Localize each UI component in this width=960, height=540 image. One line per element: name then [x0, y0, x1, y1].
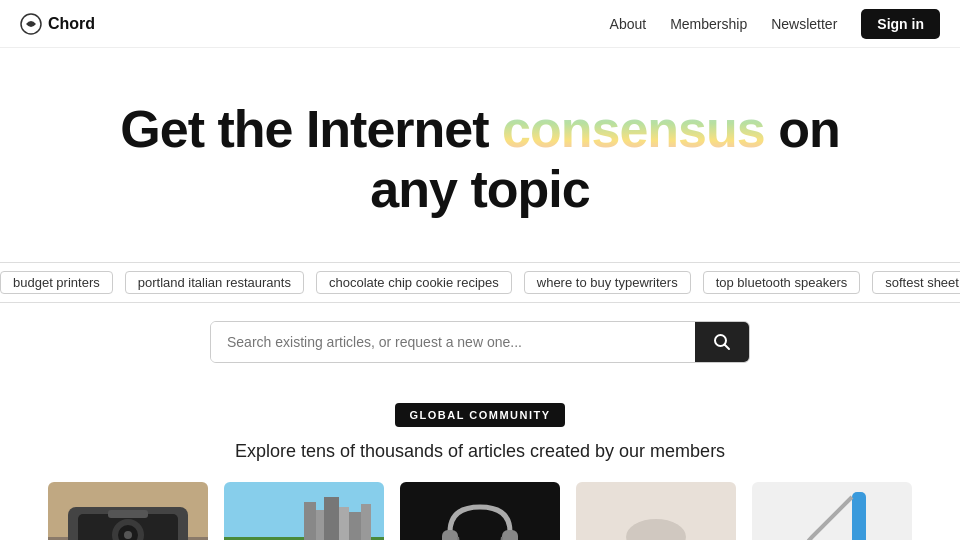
- search-box: [210, 321, 750, 363]
- community-subtitle: Explore tens of thousands of articles cr…: [20, 441, 940, 462]
- svg-line-2: [725, 344, 730, 349]
- hero-post-text: on: [765, 100, 840, 158]
- svg-rect-14: [316, 510, 324, 540]
- card-img-car-cameras: [48, 482, 208, 540]
- nav-membership[interactable]: Membership: [670, 16, 747, 32]
- svg-rect-16: [339, 507, 349, 540]
- ticker-item[interactable]: top bluetooth speakers: [703, 271, 861, 294]
- svg-rect-15: [324, 497, 339, 540]
- chord-logo-icon: [20, 13, 42, 35]
- card-london-park[interactable]: best london park: [224, 482, 384, 540]
- svg-rect-24: [400, 482, 560, 540]
- logo[interactable]: Chord: [20, 13, 95, 35]
- svg-rect-13: [304, 502, 316, 540]
- svg-rect-29: [752, 482, 912, 540]
- signin-button[interactable]: Sign in: [861, 9, 940, 39]
- ticker-item[interactable]: budget printers: [0, 271, 113, 294]
- hero-line1: Get the Internet consensus on: [120, 100, 839, 158]
- search-button[interactable]: [695, 322, 749, 362]
- svg-rect-17: [349, 512, 361, 540]
- hero-consensus-text: consensus: [502, 100, 765, 158]
- hero-section: Get the Internet consensus on any topic: [0, 48, 960, 240]
- svg-rect-10: [108, 510, 148, 518]
- cards-row: best car cameras bes: [20, 482, 940, 540]
- nav-newsletter[interactable]: Newsletter: [771, 16, 837, 32]
- hero-heading: Get the Internet consensus on any topic: [20, 100, 940, 220]
- nav-links: About Membership Newsletter Sign in: [610, 9, 940, 39]
- svg-point-9: [124, 531, 132, 539]
- ticker-wrapper: budget printersportland italian restaura…: [0, 262, 960, 303]
- ticker-item[interactable]: chocolate chip cookie recipes: [316, 271, 512, 294]
- hero-line2: any topic: [370, 160, 589, 218]
- svg-rect-18: [361, 504, 371, 540]
- navbar: Chord About Membership Newsletter Sign i…: [0, 0, 960, 48]
- ticker-item[interactable]: where to buy typewriters: [524, 271, 691, 294]
- search-wrap: [210, 321, 750, 363]
- search-input[interactable]: [211, 322, 695, 362]
- search-icon: [713, 333, 731, 351]
- svg-rect-25: [442, 530, 458, 540]
- card-vacuum-cleaners[interactable]: best cordless vacuum cleaners: [752, 482, 912, 540]
- nav-about[interactable]: About: [610, 16, 647, 32]
- logo-text: Chord: [48, 15, 95, 33]
- ticker-item[interactable]: portland italian restaurants: [125, 271, 304, 294]
- hero-pre-text: Get the Internet: [120, 100, 502, 158]
- card-img-shoulder: [576, 482, 736, 540]
- card-img-london: [224, 482, 384, 540]
- svg-rect-30: [852, 492, 866, 540]
- community-badge: GLOBAL COMMUNITY: [395, 403, 564, 427]
- card-car-cameras[interactable]: best car cameras: [48, 482, 208, 540]
- community-section: GLOBAL COMMUNITY Explore tens of thousan…: [0, 363, 960, 540]
- ticker-inner: budget printersportland italian restaura…: [0, 271, 960, 294]
- card-shoulder-pain[interactable]: How to deal with shoulder pain at night …: [576, 482, 736, 540]
- card-img-gym: [400, 482, 560, 540]
- ticker-item[interactable]: softest sheet materials: [872, 271, 960, 294]
- svg-rect-26: [502, 530, 518, 540]
- card-gym-clothes[interactable]: gym clothes: [400, 482, 560, 540]
- card-img-vacuum: [752, 482, 912, 540]
